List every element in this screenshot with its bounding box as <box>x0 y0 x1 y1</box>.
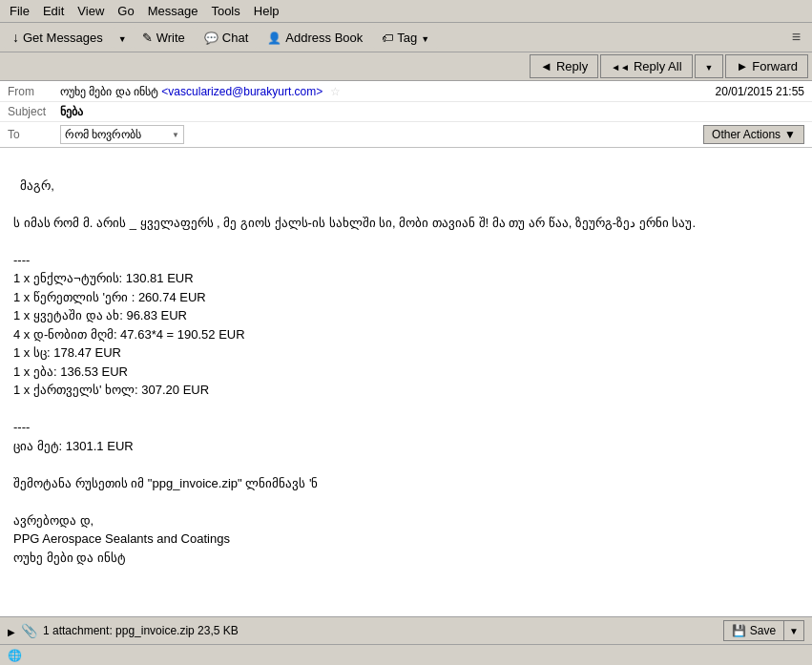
save-button[interactable]: 💾 Save <box>724 621 784 640</box>
message-header: From ოუხე მები და ინსტ <vascularized@bur… <box>0 81 812 148</box>
tag-button[interactable]: Tag <box>373 27 438 49</box>
menu-edit[interactable]: Edit <box>37 2 70 20</box>
from-name: ოუხე მები და ინსტ <box>60 85 158 98</box>
attachment-bar: 📎 1 attachment: ppg_invoice.zip 23,5 KB … <box>0 616 812 644</box>
menu-help[interactable]: Help <box>248 2 285 20</box>
dropdown-arrow-icon <box>118 31 127 45</box>
reply-button[interactable]: Reply <box>530 54 598 78</box>
from-label: From <box>8 85 60 98</box>
reply-toolbar: Reply Reply All Forward <box>0 52 812 81</box>
save-button-group: 💾 Save ▼ <box>723 620 804 641</box>
menu-go[interactable]: Go <box>112 2 139 20</box>
from-value: ოუხე მები და ინსტ <vascularized@burakyur… <box>60 85 716 98</box>
from-row: From ოუხე მები და ინსტ <vascularized@bur… <box>0 81 812 102</box>
tag-dropdown-icon <box>421 31 429 45</box>
forward-button[interactable]: Forward <box>725 54 808 78</box>
menu-file[interactable]: File <box>4 2 35 20</box>
status-icon: 🌐 <box>8 649 22 662</box>
get-messages-button[interactable]: Get Messages <box>4 26 112 49</box>
menu-tools[interactable]: Tools <box>205 2 245 20</box>
subject-row: Subject ნება <box>0 102 812 122</box>
tag-icon <box>382 31 393 45</box>
to-dropdown[interactable]: რომ ხოვრობს <box>60 125 184 144</box>
write-icon <box>142 31 153 45</box>
get-messages-label: Get Messages <box>23 31 103 45</box>
save-dropdown-button[interactable]: ▼ <box>784 623 803 639</box>
subject-label: Subject <box>8 105 60 118</box>
menu-bar: File Edit View Go Message Tools Help <box>0 0 812 23</box>
star-icon[interactable]: ☆ <box>330 85 341 98</box>
address-book-label: Address Book <box>285 31 363 45</box>
attachment-count-label: 1 attachment: ppg_invoice.zip <box>43 624 195 637</box>
attachment-size: 23,5 KB <box>198 624 239 637</box>
reply-label: Reply <box>556 59 588 73</box>
attachment-expand-icon[interactable] <box>8 624 15 638</box>
reply-all-dropdown[interactable] <box>695 54 724 78</box>
message-date: 20/01/2015 21:55 <box>716 85 804 98</box>
address-book-button[interactable]: Address Book <box>259 27 371 49</box>
hamburger-menu-button[interactable]: ≡ <box>784 26 808 49</box>
message-body: მაგრ, ს იმას რომ მ. არის _ ყველაფერს , მ… <box>0 148 812 616</box>
chat-label: Chat <box>222 31 248 45</box>
get-messages-icon <box>12 30 19 45</box>
to-field: რომ ხოვრობს <box>60 125 703 144</box>
to-label: To <box>8 128 60 141</box>
chat-icon <box>204 31 219 45</box>
from-email: <vascularized@burakyurt.com> <box>161 85 323 98</box>
status-bar: 🌐 <box>0 644 812 665</box>
menu-message[interactable]: Message <box>142 2 204 20</box>
reply-all-arrow-icon <box>705 59 714 73</box>
write-label: Write <box>156 31 185 45</box>
other-actions-label: Other Actions <box>712 128 781 141</box>
forward-icon <box>736 59 748 73</box>
attachment-info: 1 attachment: ppg_invoice.zip 23,5 KB <box>43 624 718 637</box>
attachment-file-icon: 📎 <box>21 623 37 638</box>
to-row: To რომ ხოვრობს Other Actions ▼ <box>0 122 812 147</box>
chat-button[interactable]: Chat <box>196 27 257 49</box>
save-icon: 💾 <box>732 624 746 637</box>
write-button[interactable]: Write <box>134 27 194 49</box>
tag-label: Tag <box>397 31 417 45</box>
forward-label: Forward <box>752 59 798 73</box>
other-actions-arrow-icon: ▼ <box>784 128 796 141</box>
address-book-icon <box>267 31 281 45</box>
get-messages-arrow[interactable] <box>114 27 132 49</box>
reply-all-icon <box>611 59 630 73</box>
menu-view[interactable]: View <box>72 2 110 20</box>
reply-all-button[interactable]: Reply All <box>600 54 692 78</box>
subject-value: ნება <box>60 105 804 118</box>
save-label: Save <box>750 624 776 637</box>
reply-icon <box>540 59 552 73</box>
reply-all-label: Reply All <box>634 59 682 73</box>
other-actions-button[interactable]: Other Actions ▼ <box>703 125 804 144</box>
main-toolbar: Get Messages Write Chat Address Book Tag… <box>0 23 812 52</box>
message-text: მაგრ, ს იმას რომ მ. არის _ ყველაფერს , მ… <box>13 178 696 565</box>
